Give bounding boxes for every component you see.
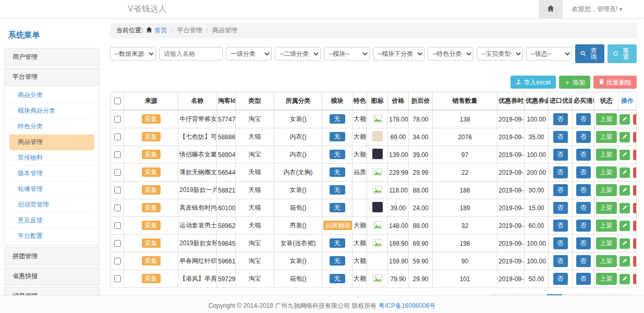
sidebar-group[interactable]: 消息管理 — [4, 287, 100, 295]
module-none-badge[interactable]: 无 — [330, 150, 345, 159]
must-buy-toggle[interactable]: 否 — [576, 113, 591, 125]
row-checkbox[interactable] — [114, 275, 121, 282]
must-buy-toggle[interactable]: 否 — [576, 255, 591, 267]
delete-button[interactable] — [633, 238, 636, 249]
delete-button[interactable] — [633, 167, 636, 178]
filter-select[interactable]: --宝贝类型-- — [477, 47, 523, 61]
edit-button[interactable] — [619, 203, 630, 213]
filter-select-source[interactable]: --数据来源-- — [110, 47, 156, 61]
delete-button[interactable] — [633, 150, 636, 160]
row-checkbox[interactable] — [114, 258, 121, 264]
sidebar-sub-item[interactable]: 宣传物料 — [9, 150, 94, 166]
delete-button[interactable] — [633, 274, 636, 284]
row-checkbox[interactable] — [114, 151, 121, 158]
edit-button[interactable] — [619, 167, 630, 178]
sidebar-group-platform[interactable]: 平台管理 — [4, 68, 100, 86]
row-checkbox[interactable] — [114, 116, 121, 123]
import-excel-button[interactable]: 导入excel — [511, 76, 556, 89]
filter-select[interactable]: --模块下分类-- — [373, 47, 424, 61]
module-none-badge[interactable]: 无 — [330, 185, 345, 195]
import-select-toggle[interactable]: 否 — [553, 113, 568, 125]
page-button[interactable]: 首页 — [492, 294, 517, 295]
must-buy-toggle[interactable]: 否 — [576, 149, 591, 161]
import-select-toggle[interactable]: 否 — [553, 149, 568, 161]
edit-button[interactable] — [619, 185, 630, 196]
filter-select[interactable]: --二级分类-- — [275, 47, 321, 61]
module-none-badge[interactable]: 无 — [330, 167, 345, 177]
sidebar-sub-item[interactable]: 商品管理 — [9, 135, 94, 150]
filter-select[interactable]: 一级分类 — [226, 47, 272, 61]
must-buy-toggle[interactable]: 否 — [576, 202, 591, 214]
edit-button[interactable] — [619, 221, 630, 231]
page-button[interactable]: 2 — [562, 294, 578, 295]
sidebar-sub-item[interactable]: 模块商品分类 — [9, 103, 94, 119]
filter-select[interactable]: --状态-- — [526, 47, 572, 61]
edit-button[interactable] — [619, 150, 630, 160]
import-select-toggle[interactable]: 否 — [553, 255, 568, 267]
row-checkbox[interactable] — [114, 169, 121, 176]
row-checkbox[interactable] — [114, 134, 121, 140]
icp-link[interactable]: 粤ICP备16098006号 — [379, 302, 435, 309]
sidebar-sub-item[interactable]: 意见反馈 — [9, 213, 94, 228]
import-select-toggle[interactable]: 否 — [553, 273, 568, 285]
status-toggle[interactable]: 上架 — [596, 202, 617, 214]
module-none-badge[interactable]: 无 — [330, 238, 345, 248]
filter-select[interactable]: --模块-- — [324, 47, 370, 61]
sidebar-group[interactable]: 拼团管理 — [4, 247, 100, 266]
must-buy-toggle[interactable]: 否 — [576, 131, 591, 143]
import-select-toggle[interactable]: 否 — [553, 202, 568, 214]
must-buy-toggle[interactable]: 否 — [576, 273, 591, 285]
edit-button[interactable] — [619, 132, 630, 142]
filter-select[interactable]: --特色分类-- — [428, 47, 473, 61]
edit-button[interactable] — [619, 274, 630, 284]
delete-button[interactable] — [633, 114, 636, 125]
status-toggle[interactable]: 上架 — [596, 149, 617, 161]
page-button[interactable]: 上一页 — [516, 294, 548, 295]
sidebar-sub-item[interactable]: 启动页管理 — [9, 197, 94, 213]
sidebar-group[interactable]: 省惠快报 — [4, 267, 100, 285]
add-button[interactable]: ＋ 添加 — [559, 76, 590, 89]
edit-button[interactable] — [619, 238, 630, 249]
delete-button[interactable] — [633, 221, 636, 231]
delete-button[interactable] — [633, 256, 636, 267]
reset-button[interactable]: 重置 — [607, 44, 637, 63]
row-checkbox[interactable] — [114, 204, 121, 211]
module-none-badge[interactable]: 无 — [330, 274, 345, 283]
must-buy-toggle[interactable]: 否 — [576, 184, 591, 196]
delete-button[interactable] — [633, 185, 636, 196]
import-select-toggle[interactable]: 否 — [553, 220, 568, 232]
edit-button[interactable] — [619, 256, 630, 267]
import-select-toggle[interactable]: 否 — [553, 166, 568, 178]
sidebar-sub-item[interactable]: 轮播管理 — [9, 182, 94, 197]
must-buy-toggle[interactable]: 否 — [576, 166, 591, 178]
name-search-input[interactable] — [159, 47, 223, 61]
module-none-badge[interactable]: 无 — [330, 256, 345, 266]
edit-button[interactable] — [619, 114, 630, 125]
status-toggle[interactable]: 上架 — [596, 255, 617, 267]
query-button[interactable]: 查询 — [575, 44, 604, 63]
sidebar-group[interactable]: 用户管理 — [4, 48, 100, 66]
batch-delete-button[interactable]: 批量删除 — [593, 76, 637, 89]
page-button[interactable]: 1 — [547, 294, 563, 295]
status-toggle[interactable]: 上架 — [596, 113, 617, 125]
row-checkbox[interactable] — [114, 240, 121, 247]
must-buy-toggle[interactable]: 否 — [576, 220, 591, 232]
status-toggle[interactable]: 上架 — [596, 131, 617, 143]
status-toggle[interactable]: 上架 — [596, 220, 617, 232]
module-none-badge[interactable]: 无 — [330, 114, 345, 124]
import-select-toggle[interactable]: 否 — [553, 184, 568, 196]
row-checkbox[interactable] — [114, 222, 121, 229]
import-select-toggle[interactable]: 否 — [553, 131, 568, 143]
sidebar-sub-item[interactable]: 版本管理 — [9, 166, 94, 182]
sidebar-sub-item[interactable]: 商品分类 — [9, 88, 94, 103]
status-toggle[interactable]: 上架 — [596, 184, 617, 196]
status-toggle[interactable]: 上架 — [596, 237, 617, 249]
status-toggle[interactable]: 上架 — [596, 166, 617, 178]
select-all-checkbox[interactable] — [114, 98, 121, 104]
module-none-badge[interactable]: 无 — [330, 132, 345, 141]
row-checkbox[interactable] — [114, 187, 121, 194]
home-button[interactable] — [539, 0, 563, 18]
delete-button[interactable] — [633, 132, 636, 142]
page-button[interactable]: 末页 — [609, 294, 634, 295]
status-toggle[interactable]: 上架 — [596, 273, 617, 285]
